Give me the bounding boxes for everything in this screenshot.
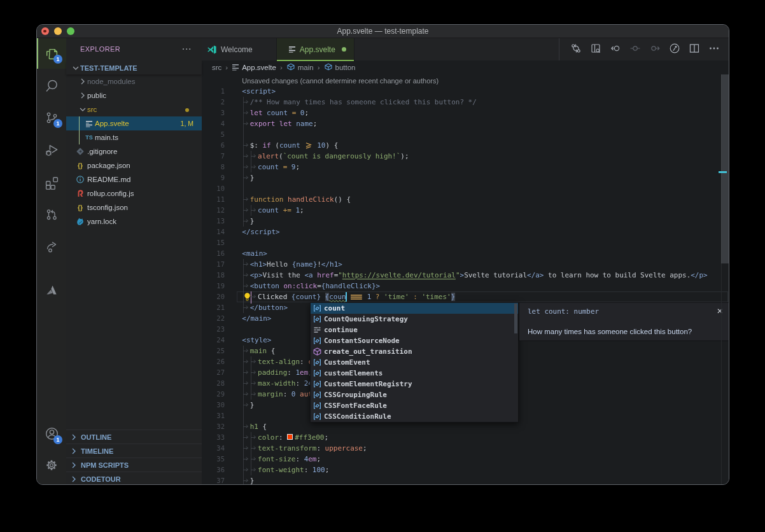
go-next-button[interactable] [649, 43, 661, 57]
code-line-14[interactable]: 14</script> [202, 227, 729, 237]
color-swatch[interactable] [287, 434, 293, 440]
code-line-15[interactable]: 15 [202, 237, 729, 248]
tree-item-yarn.lock[interactable]: yarn.lock [66, 214, 202, 228]
code-line-32[interactable]: 32h1 { [202, 421, 729, 432]
go-back-button[interactable] [610, 43, 621, 57]
activity-item-explorer[interactable]: 1 [37, 38, 66, 69]
activity-item-search[interactable] [37, 71, 66, 101]
code-text: <button on:click={handleClick}> [242, 281, 380, 291]
suggest-item-label: CustomElementRegistry [324, 380, 412, 388]
go-prev-button[interactable] [629, 43, 641, 57]
code-line-19[interactable]: 19<button on:click={handleClick}> [202, 281, 729, 291]
code-line-12[interactable]: 12count += 1; [202, 205, 729, 216]
code-line-17[interactable]: 17<h1>Hello {name}!</h1> [202, 259, 729, 270]
suggest-item-CSSGroupingRule[interactable]: CSSGroupingRule [311, 389, 518, 400]
tree-item-README.md[interactable]: README.md [66, 172, 202, 186]
breadcrumb-item-main[interactable]: main [286, 62, 314, 73]
suggest-item-CSSConditionRule[interactable]: CSSConditionRule [311, 411, 518, 422]
code-line-13[interactable]: 13} [202, 216, 729, 227]
activity-item-azure[interactable] [37, 275, 66, 305]
tree-item-node_modules[interactable]: node_modules [66, 74, 202, 88]
line-number: 15 [202, 237, 225, 248]
section-codetour[interactable]: CODETOUR [66, 472, 202, 485]
tree-item-tsconfig.json[interactable]: {}tsconfig.json [66, 200, 202, 214]
tree-item-rollup.config.js[interactable]: rollup.config.js [66, 186, 202, 200]
code-line-20[interactable]: 20Clicked {count} {coun 1 ? 'time' : 'ti… [202, 291, 729, 302]
suggest-item-CountQueuingStrategy[interactable]: CountQueuingStrategy [311, 314, 518, 325]
code-line-36[interactable]: 36font-weight: 100; [202, 465, 729, 475]
breadcrumb[interactable]: src›App.svelte›main›button [202, 60, 729, 74]
code-line-5[interactable]: 5 [202, 129, 729, 140]
activity-item-extensions[interactable] [37, 167, 66, 198]
editor-viewport[interactable]: Unsaved changes (cannot determine recent… [202, 75, 729, 485]
editor-scrollbar[interactable] [721, 74, 729, 263]
info-icon [75, 174, 85, 185]
line-number: 19 [202, 281, 225, 291]
tree-item-App.svelte[interactable]: App.svelte1, M [66, 116, 202, 130]
code-text: </button> [242, 302, 288, 313]
section-timeline[interactable]: TIMELINE [66, 444, 202, 458]
activity-item-run-debug[interactable] [37, 135, 66, 165]
blame-annotation: Unsaved changes (cannot determine recent… [242, 75, 439, 87]
code-line-35[interactable]: 35font-size: 4em; [202, 454, 729, 465]
line-number: 25 [202, 346, 225, 356]
code-line-34[interactable]: 34text-transform: uppercase; [202, 443, 729, 454]
explorer-more-icon[interactable]: ··· [183, 45, 193, 53]
tree-item-src[interactable]: src [66, 102, 202, 116]
open-preview-button[interactable] [590, 43, 601, 57]
breadcrumb-item-app-svelte[interactable]: App.svelte [232, 63, 276, 73]
code-line-10[interactable]: 10 [202, 183, 729, 194]
titlebar[interactable]: App.svelte — test-template [37, 25, 729, 38]
more-actions-button[interactable] [708, 43, 720, 57]
suggest-scrollbar[interactable] [514, 304, 517, 333]
suggest-item-CSSFontFaceRule[interactable]: CSSFontFaceRule [311, 400, 518, 411]
section-outline[interactable]: OUTLINE [66, 430, 202, 444]
activity-item-accounts[interactable]: 1 [37, 419, 66, 449]
code-line-33[interactable]: 33color: #ff3e00; [202, 432, 729, 443]
dirty-indicator[interactable] [342, 47, 346, 52]
code-text: </main> [242, 313, 271, 324]
code-line-6[interactable]: 6$: if (count 10) { [202, 140, 729, 151]
suggest-item-ConstantSourceNode[interactable]: ConstantSourceNode [311, 335, 518, 346]
split-editor-button[interactable] [689, 43, 700, 57]
code-line-11[interactable]: 11function handleClick() { [202, 194, 729, 205]
code-line-1[interactable]: 1<script> [202, 86, 729, 97]
code-line-4[interactable]: 4export let name; [202, 118, 729, 129]
open-changes-button[interactable] [570, 43, 582, 57]
code-line-2[interactable]: 2/** How many times has someone clicked … [202, 97, 729, 108]
close-icon[interactable]: ✕ [717, 307, 723, 316]
suggest-item-continue[interactable]: continue [311, 325, 518, 335]
suggest-item-customElements[interactable]: customElements [311, 368, 518, 379]
suggest-item-create_out_transition[interactable]: create_out_transition [311, 346, 518, 357]
code-line-3[interactable]: 3let count = 0; [202, 108, 729, 118]
activity-item-live-share[interactable] [37, 232, 66, 262]
project-root[interactable]: TEST-TEMPLATE [66, 61, 202, 74]
line-number: 14 [202, 227, 225, 237]
breadcrumb-item-src[interactable]: src [212, 64, 221, 71]
tree-item-.gitignore[interactable]: .gitignore [66, 144, 202, 158]
symbol-variable-icon [312, 379, 322, 389]
breadcrumb-item-button[interactable]: button [324, 62, 356, 73]
code-line-8[interactable]: 8count = 9; [202, 162, 729, 172]
tab-welcome[interactable]: Welcome [202, 38, 277, 61]
activity-item-settings[interactable] [37, 450, 66, 480]
code-line-16[interactable]: 16<main> [202, 248, 729, 259]
file-history-button[interactable] [669, 43, 680, 57]
text-cursor [346, 292, 347, 302]
section-npm-scripts[interactable]: NPM SCRIPTS [66, 458, 202, 472]
code-line-18[interactable]: 18<p>Visit the <a href="https://svelte.d… [202, 270, 729, 281]
suggest-item-count[interactable]: count [311, 303, 518, 314]
suggest-item-CustomElementRegistry[interactable]: CustomElementRegistry [311, 379, 518, 389]
activity-item-source-control[interactable]: 1 [37, 102, 66, 133]
tree-item-public[interactable]: public [66, 88, 202, 102]
code-line-7[interactable]: 7alert(`count is dangerously high!`); [202, 151, 729, 162]
code-line-37[interactable]: 37} [202, 475, 729, 485]
line-number: 21 [202, 302, 225, 313]
tree-item-package.json[interactable]: {}package.json [66, 158, 202, 172]
activity-item-github-pr[interactable] [37, 199, 66, 230]
git-decoration: 1, M [181, 120, 193, 127]
tree-item-main.ts[interactable]: TSmain.ts [66, 130, 202, 144]
code-line-9[interactable]: 9} [202, 172, 729, 183]
suggest-item-CustomEvent[interactable]: CustomEvent [311, 357, 518, 368]
tab-app-svelte[interactable]: App.svelte [277, 38, 354, 61]
